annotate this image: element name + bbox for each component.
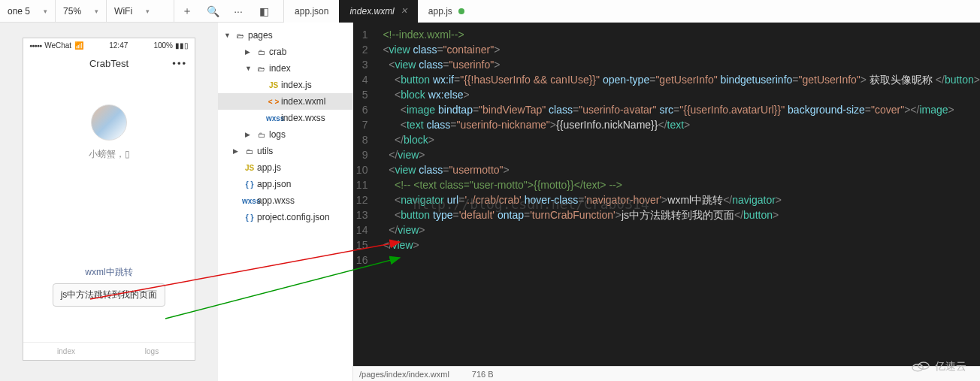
chevron-down-icon: ▾ xyxy=(146,8,150,15)
tree-item-index-wxss[interactable]: wxssindex.wxss xyxy=(218,110,352,126)
folder-icon: 🗀 xyxy=(254,131,269,139)
search-button[interactable]: 🔍 xyxy=(200,0,225,22)
carrier-label: WeChat xyxy=(44,41,71,50)
tree-item-project-config-json[interactable]: { }project.config.json xyxy=(218,209,352,225)
page-title: CrabTest xyxy=(89,58,129,69)
code-content[interactable]: <!--index.wxml--><view class="container"… xyxy=(377,23,980,366)
menu-dots-icon[interactable]: ••• xyxy=(172,58,187,69)
wxml-nav-link[interactable]: wxml中跳转 xyxy=(85,266,132,279)
new-file-button[interactable]: ＋ xyxy=(174,0,200,22)
more-icon: ··· xyxy=(234,5,243,17)
phone-body: 小螃蟹，▯ wxml中跳转 js中方法跳转到我的页面 xyxy=(23,74,195,342)
tree-item-index[interactable]: ▼🗁index xyxy=(218,60,352,77)
brand-logo: 亿速云 xyxy=(911,360,966,373)
editor-tabs: app.json index.wxml ✕ app.js xyxy=(284,0,980,23)
tree-label: logs xyxy=(269,129,286,140)
phone-navbar: CrabTest ••• xyxy=(23,52,195,74)
tree-item-crab[interactable]: ▶🗀crab xyxy=(218,44,352,60)
tab-index-wxml[interactable]: index.wxml ✕ xyxy=(339,0,417,23)
file-tree: ▼🗁 pages ▶🗀crab▼🗁indexJSindex.js< >index… xyxy=(218,23,353,381)
split-icon: ◧ xyxy=(259,5,269,17)
dirty-dot-icon xyxy=(458,8,464,14)
simulator-pane: ●●●●● WeChat 📶 12:47 100% ▮▮▯ CrabTest •… xyxy=(0,23,218,381)
tab-app-js[interactable]: app.js xyxy=(418,0,475,23)
tab-label: index.wxml xyxy=(349,6,394,17)
close-icon[interactable]: ✕ xyxy=(401,6,407,16)
folder-open-icon: 🗁 xyxy=(233,32,248,40)
avatar[interactable] xyxy=(91,104,127,141)
file-size-label: 716 B xyxy=(472,370,494,379)
tree-item-utils[interactable]: ▶🗀utils xyxy=(218,143,352,159)
brand-label: 亿速云 xyxy=(935,360,966,373)
more-button[interactable]: ··· xyxy=(225,0,251,22)
tab-label: app.js xyxy=(428,6,452,17)
folder-icon: 🗀 xyxy=(254,48,269,56)
tree-item-app-js[interactable]: JSapp.js xyxy=(218,159,352,176)
nickname-label: 小螃蟹，▯ xyxy=(89,148,130,161)
editor-statusbar: /pages/index/index.wxml 716 B xyxy=(353,366,980,381)
tree-item-index-wxml[interactable]: < >index.wxml xyxy=(218,93,352,110)
tab-label: app.json xyxy=(295,6,328,17)
wxss-icon: wxss xyxy=(242,197,257,205)
tree-item-app-json[interactable]: { }app.json xyxy=(218,176,352,192)
device-select[interactable]: one 5 ▾ xyxy=(0,0,56,22)
wxml-icon: < > xyxy=(266,98,281,106)
tree-label: project.config.json xyxy=(257,212,330,222)
network-select[interactable]: WiFi ▾ xyxy=(107,0,174,22)
signal-icon: ●●●●● xyxy=(29,43,41,48)
file-path-label: /pages/index/index.wxml xyxy=(359,370,449,379)
proj-icon: { } xyxy=(242,213,257,222)
tree-label: index xyxy=(269,63,291,74)
code-editor[interactable]: 12345678910111213141516 <!--index.wxml--… xyxy=(353,23,980,366)
tree-label: app.wxss xyxy=(257,195,295,206)
search-icon: 🔍 xyxy=(207,5,219,17)
tree-label: crab xyxy=(269,47,286,57)
folder-icon: 🗀 xyxy=(242,147,257,156)
wxss-icon: wxss xyxy=(266,114,281,122)
tree-folder-pages[interactable]: ▼🗁 pages xyxy=(218,27,352,44)
tree-label: index.wxss xyxy=(281,113,325,123)
device-select-value: one 5 xyxy=(8,6,30,17)
tree-label: app.js xyxy=(257,162,281,173)
battery-icon: ▮▮▯ xyxy=(175,41,189,50)
chevron-down-icon: ▾ xyxy=(95,8,98,15)
zoom-select-value: 75% xyxy=(63,6,81,17)
split-button[interactable]: ◧ xyxy=(251,0,277,22)
network-select-value: WiFi xyxy=(114,6,132,17)
js-icon: JS xyxy=(266,81,281,89)
editor-pane: 12345678910111213141516 <!--index.wxml--… xyxy=(353,23,980,381)
phone-statusbar: ●●●●● WeChat 📶 12:47 100% ▮▮▯ xyxy=(23,38,195,52)
plus-icon: ＋ xyxy=(182,5,192,18)
tree-label: index.wxml xyxy=(281,96,325,107)
js-nav-button[interactable]: js中方法跳转到我的页面 xyxy=(53,283,166,307)
json-icon: { } xyxy=(242,180,257,189)
tree-item-logs[interactable]: ▶🗀logs xyxy=(218,126,352,143)
chevron-down-icon: ▾ xyxy=(44,8,47,15)
wifi-icon: 📶 xyxy=(74,41,83,50)
svg-point-3 xyxy=(918,362,929,369)
zoom-select[interactable]: 75% ▾ xyxy=(56,0,107,22)
main-area: ●●●●● WeChat 📶 12:47 100% ▮▮▯ CrabTest •… xyxy=(0,23,980,381)
tree-item-index-js[interactable]: JSindex.js xyxy=(218,77,352,93)
js-icon: JS xyxy=(242,164,257,172)
tree-label: pages xyxy=(248,30,273,41)
tab-logs[interactable]: logs xyxy=(109,343,195,360)
phone-tabbar: index logs xyxy=(23,342,195,360)
tree-label: utils xyxy=(257,146,273,156)
tree-item-app-wxss[interactable]: wxssapp.wxss xyxy=(218,192,352,209)
phone-frame: ●●●●● WeChat 📶 12:47 100% ▮▮▯ CrabTest •… xyxy=(23,38,195,361)
tab-index[interactable]: index xyxy=(23,343,109,360)
top-toolbar: one 5 ▾ 75% ▾ WiFi ▾ ＋ 🔍 ··· ◧ app.json … xyxy=(0,0,980,23)
battery-label: 100% xyxy=(153,41,173,50)
tree-label: index.js xyxy=(281,80,312,90)
tree-label: app.json xyxy=(257,179,291,189)
time-label: 12:47 xyxy=(109,41,128,50)
tab-app-json[interactable]: app.json xyxy=(284,0,339,23)
folder-open-icon: 🗁 xyxy=(254,65,269,73)
svg-point-2 xyxy=(912,364,923,371)
line-gutter: 12345678910111213141516 xyxy=(353,23,377,366)
